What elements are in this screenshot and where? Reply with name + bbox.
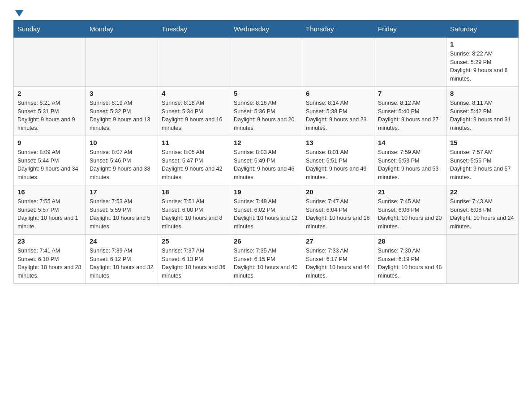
- svg-marker-0: [15, 10, 23, 17]
- logo: [13, 9, 24, 16]
- day-number: 27: [306, 237, 370, 245]
- header: [13, 9, 519, 16]
- day-info: Sunrise: 8:14 AM Sunset: 5:38 PM Dayligh…: [306, 99, 370, 133]
- calendar-header-row: SundayMondayTuesdayWednesdayThursdayFrid…: [14, 20, 519, 37]
- day-cell: 21Sunrise: 7:45 AM Sunset: 6:06 PM Dayli…: [374, 185, 446, 234]
- day-info: Sunrise: 7:57 AM Sunset: 5:55 PM Dayligh…: [450, 148, 515, 182]
- day-number: 23: [17, 237, 82, 245]
- day-info: Sunrise: 8:07 AM Sunset: 5:46 PM Dayligh…: [90, 148, 154, 182]
- day-number: 1: [450, 40, 515, 48]
- day-number: 14: [378, 139, 442, 146]
- day-cell: [158, 37, 230, 86]
- col-header-tuesday: Tuesday: [158, 20, 230, 37]
- day-info: Sunrise: 8:11 AM Sunset: 5:42 PM Dayligh…: [450, 99, 515, 133]
- day-number: 4: [162, 90, 226, 97]
- day-number: 19: [234, 188, 298, 196]
- day-info: Sunrise: 7:51 AM Sunset: 6:00 PM Dayligh…: [162, 197, 226, 231]
- week-row-1: 1Sunrise: 8:22 AM Sunset: 5:29 PM Daylig…: [14, 37, 519, 86]
- day-number: 15: [450, 139, 515, 146]
- day-cell: 12Sunrise: 8:03 AM Sunset: 5:49 PM Dayli…: [230, 136, 302, 185]
- day-info: Sunrise: 7:41 AM Sunset: 6:10 PM Dayligh…: [17, 247, 82, 280]
- day-number: 13: [306, 139, 370, 146]
- day-cell: 10Sunrise: 8:07 AM Sunset: 5:46 PM Dayli…: [86, 136, 158, 185]
- day-cell: 24Sunrise: 7:39 AM Sunset: 6:12 PM Dayli…: [86, 234, 158, 283]
- day-info: Sunrise: 7:55 AM Sunset: 5:57 PM Dayligh…: [17, 197, 82, 231]
- day-info: Sunrise: 8:18 AM Sunset: 5:34 PM Dayligh…: [162, 99, 226, 133]
- day-info: Sunrise: 7:47 AM Sunset: 6:04 PM Dayligh…: [306, 197, 370, 231]
- day-cell: 25Sunrise: 7:37 AM Sunset: 6:13 PM Dayli…: [158, 234, 230, 283]
- day-info: Sunrise: 7:59 AM Sunset: 5:53 PM Dayligh…: [378, 148, 442, 182]
- day-info: Sunrise: 8:16 AM Sunset: 5:36 PM Dayligh…: [234, 99, 298, 133]
- day-number: 26: [234, 237, 298, 245]
- col-header-wednesday: Wednesday: [230, 20, 302, 37]
- day-info: Sunrise: 7:33 AM Sunset: 6:17 PM Dayligh…: [306, 247, 370, 280]
- day-info: Sunrise: 8:22 AM Sunset: 5:29 PM Dayligh…: [450, 50, 515, 83]
- day-info: Sunrise: 7:30 AM Sunset: 6:19 PM Dayligh…: [378, 247, 442, 280]
- day-info: Sunrise: 7:37 AM Sunset: 6:13 PM Dayligh…: [162, 247, 226, 280]
- day-number: 10: [90, 139, 154, 146]
- day-number: 18: [162, 188, 226, 196]
- day-info: Sunrise: 8:21 AM Sunset: 5:31 PM Dayligh…: [17, 99, 82, 133]
- day-cell: 7Sunrise: 8:12 AM Sunset: 5:40 PM Daylig…: [374, 86, 446, 136]
- day-cell: 26Sunrise: 7:35 AM Sunset: 6:15 PM Dayli…: [230, 234, 302, 283]
- day-number: 9: [17, 139, 82, 146]
- col-header-thursday: Thursday: [302, 20, 374, 37]
- day-number: 25: [162, 237, 226, 245]
- day-number: 3: [90, 90, 154, 97]
- day-number: 12: [234, 139, 298, 146]
- day-number: 5: [234, 90, 298, 97]
- day-info: Sunrise: 8:12 AM Sunset: 5:40 PM Dayligh…: [378, 99, 442, 133]
- day-cell: [302, 37, 374, 86]
- day-number: 7: [378, 90, 442, 97]
- day-cell: 22Sunrise: 7:43 AM Sunset: 6:08 PM Dayli…: [446, 185, 519, 234]
- day-info: Sunrise: 7:53 AM Sunset: 5:59 PM Dayligh…: [90, 197, 154, 231]
- day-cell: 18Sunrise: 7:51 AM Sunset: 6:00 PM Dayli…: [158, 185, 230, 234]
- col-header-saturday: Saturday: [446, 20, 519, 37]
- day-info: Sunrise: 7:43 AM Sunset: 6:08 PM Dayligh…: [450, 197, 515, 231]
- day-cell: 17Sunrise: 7:53 AM Sunset: 5:59 PM Dayli…: [86, 185, 158, 234]
- day-cell: [14, 37, 86, 86]
- day-cell: 6Sunrise: 8:14 AM Sunset: 5:38 PM Daylig…: [302, 86, 374, 136]
- day-number: 22: [450, 188, 515, 196]
- day-number: 8: [450, 90, 515, 97]
- week-row-5: 23Sunrise: 7:41 AM Sunset: 6:10 PM Dayli…: [14, 234, 519, 283]
- day-info: Sunrise: 7:39 AM Sunset: 6:12 PM Dayligh…: [90, 247, 154, 280]
- day-cell: 14Sunrise: 7:59 AM Sunset: 5:53 PM Dayli…: [374, 136, 446, 185]
- day-info: Sunrise: 8:19 AM Sunset: 5:32 PM Dayligh…: [90, 99, 154, 133]
- col-header-friday: Friday: [374, 20, 446, 37]
- day-cell: [86, 37, 158, 86]
- day-cell: 23Sunrise: 7:41 AM Sunset: 6:10 PM Dayli…: [14, 234, 86, 283]
- day-cell: 1Sunrise: 8:22 AM Sunset: 5:29 PM Daylig…: [446, 37, 519, 86]
- day-number: 11: [162, 139, 226, 146]
- day-number: 28: [378, 237, 442, 245]
- day-number: 17: [90, 188, 154, 196]
- day-info: Sunrise: 7:35 AM Sunset: 6:15 PM Dayligh…: [234, 247, 298, 280]
- day-cell: 8Sunrise: 8:11 AM Sunset: 5:42 PM Daylig…: [446, 86, 519, 136]
- col-header-monday: Monday: [86, 20, 158, 37]
- day-number: 2: [17, 90, 82, 97]
- day-cell: 9Sunrise: 8:09 AM Sunset: 5:44 PM Daylig…: [14, 136, 86, 185]
- day-number: 21: [378, 188, 442, 196]
- day-cell: 11Sunrise: 8:05 AM Sunset: 5:47 PM Dayli…: [158, 136, 230, 185]
- day-number: 16: [17, 188, 82, 196]
- day-info: Sunrise: 8:09 AM Sunset: 5:44 PM Dayligh…: [17, 148, 82, 182]
- day-cell: 13Sunrise: 8:01 AM Sunset: 5:51 PM Dayli…: [302, 136, 374, 185]
- day-cell: 3Sunrise: 8:19 AM Sunset: 5:32 PM Daylig…: [86, 86, 158, 136]
- day-cell: 15Sunrise: 7:57 AM Sunset: 5:55 PM Dayli…: [446, 136, 519, 185]
- day-cell: 4Sunrise: 8:18 AM Sunset: 5:34 PM Daylig…: [158, 86, 230, 136]
- day-info: Sunrise: 8:05 AM Sunset: 5:47 PM Dayligh…: [162, 148, 226, 182]
- day-info: Sunrise: 8:03 AM Sunset: 5:49 PM Dayligh…: [234, 148, 298, 182]
- day-info: Sunrise: 7:49 AM Sunset: 6:02 PM Dayligh…: [234, 197, 298, 231]
- week-row-2: 2Sunrise: 8:21 AM Sunset: 5:31 PM Daylig…: [14, 86, 519, 136]
- day-cell: 5Sunrise: 8:16 AM Sunset: 5:36 PM Daylig…: [230, 86, 302, 136]
- day-cell: 27Sunrise: 7:33 AM Sunset: 6:17 PM Dayli…: [302, 234, 374, 283]
- day-cell: 16Sunrise: 7:55 AM Sunset: 5:57 PM Dayli…: [14, 185, 86, 234]
- day-number: 24: [90, 237, 154, 245]
- day-cell: [446, 234, 519, 283]
- col-header-sunday: Sunday: [14, 20, 86, 37]
- week-row-3: 9Sunrise: 8:09 AM Sunset: 5:44 PM Daylig…: [14, 136, 519, 185]
- day-cell: [230, 37, 302, 86]
- calendar-table: SundayMondayTuesdayWednesdayThursdayFrid…: [13, 20, 519, 284]
- day-info: Sunrise: 7:45 AM Sunset: 6:06 PM Dayligh…: [378, 197, 442, 231]
- day-cell: 28Sunrise: 7:30 AM Sunset: 6:19 PM Dayli…: [374, 234, 446, 283]
